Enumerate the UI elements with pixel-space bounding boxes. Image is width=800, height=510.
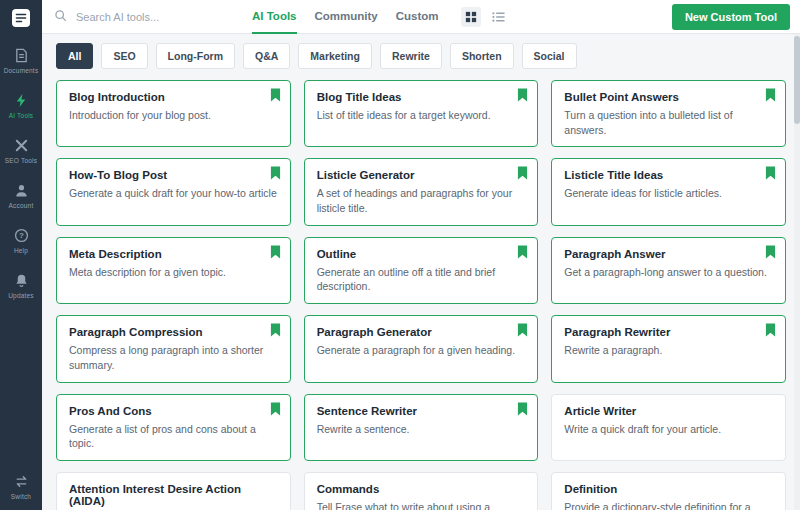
tool-card-description: Tell Frase what to write about using a c…: [317, 500, 526, 510]
sidebar-item-account[interactable]: Account: [0, 173, 42, 218]
app-logo-icon[interactable]: [11, 8, 31, 32]
seo-tools-icon: [14, 138, 29, 153]
tab-ai-tools[interactable]: AI Tools: [252, 0, 297, 34]
tool-card-description: Provide a dictionary-style definition fo…: [564, 500, 773, 510]
tool-card-title: Attention Interest Desire Action (AIDA): [69, 483, 278, 507]
tab-custom[interactable]: Custom: [396, 0, 439, 34]
sidebar-item-label: SEO Tools: [5, 157, 37, 164]
tool-card-title: Listicle Title Ideas: [564, 169, 773, 181]
tool-card-description: Rewrite a sentence.: [317, 422, 526, 437]
grid-view-icon[interactable]: [461, 7, 481, 27]
sidebar-item-updates[interactable]: Updates: [0, 263, 42, 308]
filter-chip-long-form[interactable]: Long-Form: [156, 43, 235, 69]
view-toggles: [461, 7, 509, 27]
sidebar-item-switch[interactable]: Switch: [0, 464, 42, 510]
tool-card-description: Turn a question into a bulleted list of …: [564, 108, 773, 137]
sidebar-item-label: Switch: [11, 493, 31, 500]
tool-card[interactable]: Paragraph Generator Generate a paragraph…: [304, 315, 539, 382]
sidebar-item-label: AI Tools: [9, 112, 34, 119]
tool-card-title: Paragraph Compression: [69, 326, 278, 338]
sidebar-item-label: Help: [14, 247, 28, 254]
tool-card[interactable]: Paragraph Answer Get a paragraph-long an…: [551, 237, 786, 304]
svg-text:?: ?: [19, 231, 24, 240]
bookmark-icon[interactable]: [270, 323, 281, 337]
tool-card[interactable]: Listicle Title Ideas Generate ideas for …: [551, 158, 786, 225]
tool-card-description: List of title ideas for a target keyword…: [317, 108, 526, 123]
tool-card-description: Generate a quick draft for your how-to a…: [69, 186, 278, 201]
sidebar-item-label: Documents: [4, 67, 39, 74]
tool-card-title: Blog Title Ideas: [317, 91, 526, 103]
tool-card-description: Generate an outline off a title and brie…: [317, 265, 526, 294]
bookmark-icon[interactable]: [270, 245, 281, 259]
tool-card-description: Compress a long paragraph into a shorter…: [69, 343, 278, 372]
tool-card[interactable]: Article Writer Write a quick draft for y…: [551, 394, 786, 461]
bookmark-icon[interactable]: [517, 245, 528, 259]
documents-icon: [14, 48, 29, 63]
bookmark-icon[interactable]: [517, 402, 528, 416]
filter-chip-seo[interactable]: SEO: [101, 43, 147, 69]
tool-tabs: AI Tools Community Custom: [252, 0, 439, 34]
tool-card-title: Paragraph Rewriter: [564, 326, 773, 338]
bookmark-icon[interactable]: [517, 166, 528, 180]
tool-card-title: Definition: [564, 483, 773, 495]
tool-card-description: Generate ideas for listicle articles.: [564, 186, 773, 201]
sidebar-item-seo-tools[interactable]: SEO Tools: [0, 128, 42, 173]
bookmark-icon[interactable]: [517, 323, 528, 337]
tool-card[interactable]: Meta Description Meta description for a …: [56, 237, 291, 304]
bookmark-icon[interactable]: [765, 245, 776, 259]
help-icon: ?: [14, 228, 29, 243]
tool-card-title: Bullet Point Answers: [564, 91, 773, 103]
new-custom-tool-button[interactable]: New Custom Tool: [672, 4, 790, 30]
tool-card[interactable]: Attention Interest Desire Action (AIDA) …: [56, 472, 291, 510]
tool-card-title: Paragraph Generator: [317, 326, 526, 338]
tool-card[interactable]: Blog Introduction Introduction for your …: [56, 80, 291, 147]
filter-chip-shorten[interactable]: Shorten: [450, 43, 514, 69]
search-input[interactable]: [74, 10, 224, 24]
tool-card-title: Pros And Cons: [69, 405, 278, 417]
tool-card[interactable]: Pros And Cons Generate a list of pros an…: [56, 394, 291, 461]
sidebar-item-ai-tools[interactable]: AI Tools: [0, 83, 42, 128]
tool-card[interactable]: Paragraph Rewriter Rewrite a paragraph.: [551, 315, 786, 382]
filter-chip-marketing[interactable]: Marketing: [298, 43, 372, 69]
tool-card-title: Meta Description: [69, 248, 278, 260]
filter-chip-all[interactable]: All: [56, 43, 93, 69]
tool-card-title: Commands: [317, 483, 526, 495]
tool-card[interactable]: Sentence Rewriter Rewrite a sentence.: [304, 394, 539, 461]
list-view-icon[interactable]: [489, 7, 509, 27]
tools-content: All SEO Long-Form Q&A Marketing Rewrite …: [42, 34, 800, 510]
tool-card[interactable]: Bullet Point Answers Turn a question int…: [551, 80, 786, 147]
tool-card[interactable]: How-To Blog Post Generate a quick draft …: [56, 158, 291, 225]
filter-chip-qa[interactable]: Q&A: [243, 43, 290, 69]
sidebar-item-documents[interactable]: Documents: [0, 38, 42, 83]
tool-card[interactable]: Definition Provide a dictionary-style de…: [551, 472, 786, 510]
bookmark-icon[interactable]: [765, 323, 776, 337]
sidebar-item-label: Updates: [8, 292, 34, 299]
bookmark-icon[interactable]: [270, 402, 281, 416]
tool-card[interactable]: Paragraph Compression Compress a long pa…: [56, 315, 291, 382]
account-icon: [14, 183, 29, 198]
tool-card[interactable]: Blog Title Ideas List of title ideas for…: [304, 80, 539, 147]
bookmark-icon[interactable]: [270, 166, 281, 180]
app-root: Documents AI Tools SEO Tools Account ? H…: [0, 0, 800, 510]
tool-card-title: Listicle Generator: [317, 169, 526, 181]
ai-tools-icon: [14, 93, 29, 108]
tool-card-title: Blog Introduction: [69, 91, 278, 103]
bookmark-icon[interactable]: [270, 88, 281, 102]
tool-card[interactable]: Outline Generate an outline off a title …: [304, 237, 539, 304]
tool-card[interactable]: Listicle Generator A set of headings and…: [304, 158, 539, 225]
tool-card-title: Paragraph Answer: [564, 248, 773, 260]
bookmark-icon[interactable]: [517, 88, 528, 102]
tool-card-description: A set of headings and paragraphs for you…: [317, 186, 526, 215]
tool-card-title: Article Writer: [564, 405, 773, 417]
tool-card-description: Write a quick draft for your article.: [564, 422, 773, 437]
sidebar-item-help[interactable]: ? Help: [0, 218, 42, 263]
tool-card[interactable]: Commands Tell Frase what to write about …: [304, 472, 539, 510]
scrollbar-thumb[interactable]: [794, 36, 800, 124]
tool-card-description: Meta description for a given topic.: [69, 265, 278, 280]
tool-card-description: Generate a list of pros and cons about a…: [69, 422, 278, 451]
filter-chip-social[interactable]: Social: [522, 43, 577, 69]
tab-community[interactable]: Community: [315, 0, 378, 34]
filter-chip-rewrite[interactable]: Rewrite: [380, 43, 442, 69]
bookmark-icon[interactable]: [765, 88, 776, 102]
bookmark-icon[interactable]: [765, 166, 776, 180]
